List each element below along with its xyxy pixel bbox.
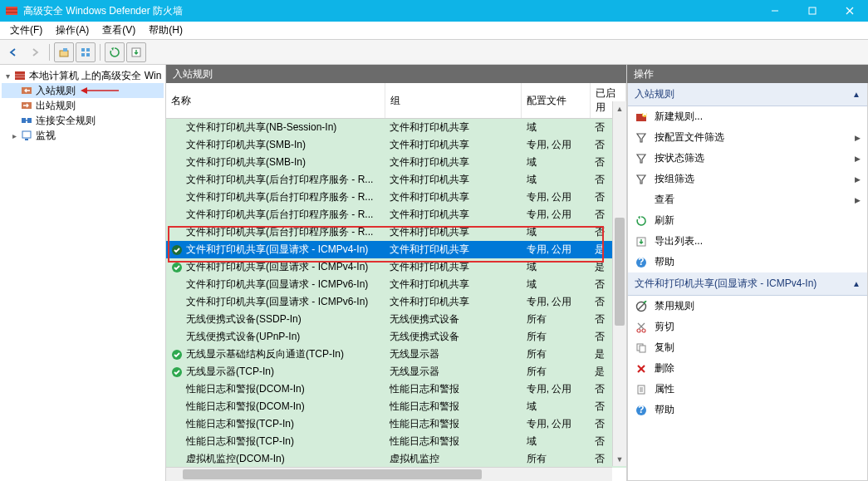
actions-section-label: 入站规则	[635, 87, 674, 101]
rule-name: 无线便携式设备(UPnP-In)	[186, 330, 300, 344]
rule-profile: 域	[522, 154, 590, 171]
svg-rect-10	[81, 48, 85, 52]
table-row[interactable]: 无线显示基础结构反向通道(TCP-In)无线显示器所有是	[166, 346, 626, 363]
action-label: 按组筛选	[655, 172, 694, 186]
actions-section-inbound[interactable]: 入站规则 ▲	[628, 83, 867, 106]
back-button[interactable]	[3, 42, 23, 62]
action-help[interactable]: ? 帮助	[628, 252, 867, 272]
rule-group: 文件和打印机共享	[385, 241, 522, 258]
table-row[interactable]: 性能日志和警报(TCP-In)性能日志和警报专用, 公用否	[166, 415, 626, 433]
tree-connsec[interactable]: 连接安全规则	[2, 113, 164, 128]
menu-view[interactable]: 查看(V)	[96, 22, 142, 39]
action-label: 按状态筛选	[655, 151, 704, 165]
expand-icon[interactable]: ▸	[8, 131, 20, 140]
table-row[interactable]: 文件和打印机共享(后台打印程序服务 - R...文件和打印机共享专用, 公用否	[166, 189, 626, 206]
table-row[interactable]: 文件和打印机共享(回显请求 - ICMPv6-In)文件和打印机共享专用, 公用…	[166, 293, 626, 311]
svg-rect-1	[6, 7, 17, 8]
col-group[interactable]: 组	[385, 83, 522, 119]
action-label: 禁用规则	[655, 299, 694, 313]
maximize-button[interactable]	[793, 0, 831, 22]
tool-action-button[interactable]	[54, 42, 74, 62]
rule-name: 文件和打印机共享(回显请求 - ICMPv6-In)	[186, 277, 368, 292]
rule-group: 文件和打印机共享	[385, 258, 522, 276]
rule-group: 文件和打印机共享	[385, 154, 522, 171]
rule-name: 文件和打印机共享(SMB-In)	[186, 155, 306, 169]
scroll-down-icon[interactable]: ▼	[613, 452, 626, 466]
table-row[interactable]: 文件和打印机共享(后台打印程序服务 - R...文件和打印机共享域否	[166, 223, 626, 241]
menu-operation[interactable]: 操作(A)	[49, 22, 96, 39]
rule-profile: 专用, 公用	[522, 415, 590, 433]
rule-name: 文件和打印机共享(后台打印程序服务 - R...	[186, 225, 373, 239]
rule-name: 文件和打印机共享(后台打印程序服务 - R...	[186, 190, 373, 204]
actions-section-rule[interactable]: 文件和打印机共享(回显请求 - ICMPv4-In) ▲	[628, 272, 867, 296]
table-row[interactable]: 无线显示器(TCP-In)无线显示器所有是	[166, 363, 626, 380]
table-row[interactable]: 无线便携式设备(UPnP-In)无线便携式设备所有否	[166, 328, 626, 346]
scrollbar-thumb[interactable]	[615, 218, 625, 326]
action-label: 剪切	[655, 320, 674, 334]
table-row[interactable]: 文件和打印机共享(NB-Session-In)文件和打印机共享域否	[166, 119, 626, 137]
menu-help[interactable]: 帮助(H)	[142, 22, 189, 39]
action-view[interactable]: 查看 ▶	[628, 189, 867, 210]
tree-monitor[interactable]: ▸ 监视	[2, 128, 164, 143]
monitor-icon	[20, 129, 33, 142]
action-filter-profile[interactable]: 按配置文件筛选 ▶	[628, 127, 867, 148]
action-help[interactable]: ? 帮助	[628, 400, 867, 420]
action-delete[interactable]: 删除	[628, 358, 867, 379]
action-copy[interactable]: 复制	[628, 337, 867, 358]
action-label: 复制	[655, 341, 674, 355]
table-row[interactable]: 文件和打印机共享(后台打印程序服务 - R...文件和打印机共享专用, 公用否	[166, 206, 626, 223]
menu-file[interactable]: 文件(F)	[3, 22, 49, 39]
tree-root[interactable]: ▾ 本地计算机 上的高级安全 Win	[2, 68, 164, 83]
table-row[interactable]: 文件和打印机共享(SMB-In)文件和打印机共享域否	[166, 154, 626, 171]
table-row[interactable]: 性能日志和警报(DCOM-In)性能日志和警报域否	[166, 398, 626, 415]
minimize-button[interactable]	[756, 0, 793, 22]
collapse-icon[interactable]: ▾	[2, 71, 13, 81]
col-profile[interactable]: 配置文件	[522, 83, 590, 119]
table-row[interactable]: 文件和打印机共享(回显请求 - ICMPv4-In)文件和打印机共享专用, 公用…	[166, 241, 626, 258]
tool-export-button[interactable]	[126, 42, 146, 62]
table-row[interactable]: 虚拟机监控(DCOM-In)虚拟机监控所有否	[166, 450, 626, 468]
action-disable[interactable]: 禁用规则	[628, 296, 867, 317]
table-row[interactable]: 文件和打印机共享(后台打印程序服务 - R...文件和打印机共享域否	[166, 171, 626, 189]
tree-outbound[interactable]: 出站规则	[2, 98, 164, 113]
action-filter-group[interactable]: 按组筛选 ▶	[628, 169, 867, 189]
svg-rect-25	[25, 139, 28, 140]
table-row[interactable]: 文件和打印机共享(回显请求 - ICMPv4-In)文件和打印机共享域是	[166, 258, 626, 276]
rule-name: 文件和打印机共享(后台打印程序服务 - R...	[186, 173, 373, 187]
action-cut[interactable]: 剪切	[628, 317, 867, 337]
scrollbar-thumb[interactable]	[183, 469, 482, 479]
rule-group: 文件和打印机共享	[385, 223, 522, 241]
rule-group: 文件和打印机共享	[385, 206, 522, 223]
rule-name: 文件和打印机共享(SMB-In)	[186, 138, 306, 152]
tree-inbound[interactable]: 入站规则	[2, 83, 164, 98]
rule-group: 性能日志和警报	[385, 380, 522, 398]
col-name[interactable]: 名称	[166, 83, 385, 119]
scroll-up-icon[interactable]: ▲	[613, 101, 626, 115]
table-row[interactable]: 文件和打印机共享(SMB-In)文件和打印机共享专用, 公用否	[166, 136, 626, 154]
rule-status-icon	[171, 331, 183, 343]
rule-status-icon	[171, 366, 183, 378]
svg-text:?: ?	[638, 257, 644, 267]
action-refresh[interactable]: 刷新	[628, 210, 867, 231]
rule-name: 无线显示基础结构反向通道(TCP-In)	[186, 347, 344, 361]
table-row[interactable]: 性能日志和警报(DCOM-In)性能日志和警报专用, 公用否	[166, 380, 626, 398]
action-filter-state[interactable]: 按状态筛选 ▶	[628, 148, 867, 169]
close-button[interactable]	[831, 0, 868, 22]
table-row[interactable]: 性能日志和警报(TCP-In)性能日志和警报域否	[166, 433, 626, 450]
forward-button[interactable]	[25, 42, 45, 62]
scrollbar-vertical[interactable]: ▲ ▼	[612, 101, 626, 466]
action-new-rule[interactable]: ★ 新建规则...	[628, 106, 867, 127]
outbound-icon	[20, 99, 33, 112]
tool-refresh-button[interactable]	[105, 42, 125, 62]
table-row[interactable]: 文件和打印机共享(回显请求 - ICMPv6-In)文件和打印机共享域否	[166, 276, 626, 293]
svg-point-38	[637, 329, 640, 332]
rule-status-icon	[171, 454, 183, 465]
tree-panel: ▾ 本地计算机 上的高级安全 Win 入站规则 出站规则 连接安全规则 ▸ 监视	[0, 65, 166, 481]
scrollbar-horizontal[interactable]	[166, 467, 612, 481]
svg-rect-22	[27, 118, 32, 123]
connsec-icon	[20, 114, 33, 127]
action-properties[interactable]: 属性	[628, 379, 867, 400]
tool-options-button[interactable]	[76, 42, 96, 62]
table-row[interactable]: 无线便携式设备(SSDP-In)无线便携式设备所有否	[166, 311, 626, 328]
action-export[interactable]: 导出列表...	[628, 231, 867, 252]
